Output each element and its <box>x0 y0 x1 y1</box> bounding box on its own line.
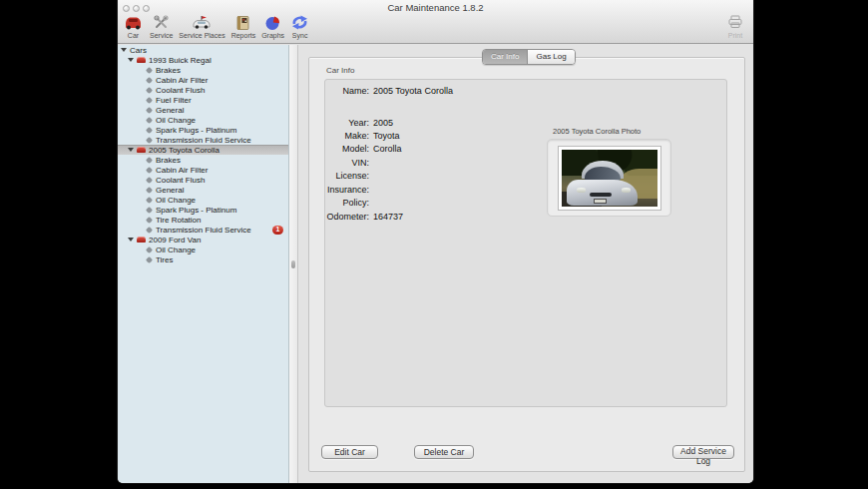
gear-icon <box>147 158 152 163</box>
toolbar-service-places-button[interactable]: Service Places <box>176 14 227 39</box>
sidebar-item[interactable]: Spark Plugs - Platinum <box>118 205 288 215</box>
car-icon <box>137 57 146 63</box>
car-photo-label: 2005 Toyota Corolla Photo <box>553 127 641 136</box>
sidebar-item[interactable]: Oil Change <box>118 195 288 205</box>
sidebar: Cars 1993 Buick Regal Brakes Cabin Air F… <box>118 45 289 483</box>
toolbar-car-button[interactable]: Car <box>120 14 147 39</box>
edit-car-button[interactable]: Edit Car <box>321 445 378 459</box>
tree-label: Tire Rotation <box>156 216 202 225</box>
tab-gas-log[interactable]: Gas Log <box>528 50 574 64</box>
sidebar-splitter[interactable] <box>289 45 298 483</box>
gear-icon <box>147 168 152 173</box>
gear-icon <box>147 247 152 252</box>
sidebar-item[interactable]: Brakes <box>118 65 288 75</box>
disclosure-triangle-icon[interactable] <box>128 238 134 242</box>
sidebar-group-cars[interactable]: Cars <box>118 45 288 55</box>
tree-label: Oil Change <box>156 116 196 125</box>
tree-label: Fuel Filter <box>156 96 192 105</box>
field-insurance: Insurance: <box>325 185 555 195</box>
gear-icon <box>147 128 152 133</box>
tree-label: Oil Change <box>156 196 196 205</box>
tab-bar: Car Info Gas Log <box>482 49 576 65</box>
car-photo-image <box>562 150 657 207</box>
gear-icon <box>147 138 152 143</box>
tree-label: Spark Plugs - Platinum <box>156 126 236 135</box>
sidebar-item-with-badge[interactable]: Transmission Fluid Service 1 <box>118 225 288 235</box>
toolbar-sync-label: Sync <box>292 32 308 39</box>
gear-icon <box>147 257 152 262</box>
sidebar-item[interactable]: General <box>118 105 288 115</box>
toolbar-service-places-label: Service Places <box>179 32 224 39</box>
tree-label: 1993 Buick Regal <box>149 56 212 65</box>
tree-label: Transmission Fluid Service <box>156 136 251 145</box>
car-info-group-box: Name:2005 Toyota Corolla Year:2005 Make:… <box>324 79 727 407</box>
tree-label: Brakes <box>156 156 181 165</box>
tree-label: Tires <box>156 255 173 264</box>
sidebar-item[interactable]: Oil Change <box>118 115 288 125</box>
print-icon <box>726 14 744 31</box>
sidebar-car-ford-van[interactable]: 2009 Ford Van <box>118 235 288 244</box>
gear-icon <box>147 68 152 73</box>
toolbar-service-label: Service <box>150 32 173 39</box>
toolbar-reports-label: Reports <box>231 32 256 39</box>
app-window: Car Maintenance 1.8.2 Car <box>118 0 753 483</box>
splitter-handle[interactable] <box>291 260 295 268</box>
sidebar-car-buick-regal[interactable]: 1993 Buick Regal <box>118 55 288 65</box>
sidebar-item[interactable]: Transmission Fluid Service <box>118 135 288 145</box>
sidebar-item[interactable]: Cabin Air Filter <box>118 75 288 85</box>
toolbar-graphs-button[interactable]: Graphs <box>258 14 287 39</box>
toolbar-sync-button[interactable]: Sync <box>287 14 312 39</box>
tree-label: Cabin Air Filter <box>156 166 208 175</box>
window-chrome: Car Maintenance 1.8.2 Car <box>118 0 753 44</box>
sidebar-item[interactable]: General <box>118 185 288 195</box>
tree-label: 2009 Ford Van <box>149 236 201 244</box>
tab-car-info[interactable]: Car Info <box>483 50 528 64</box>
sidebar-item[interactable]: Tire Rotation <box>118 215 288 225</box>
car-icon <box>137 237 146 243</box>
field-policy: Policy: <box>325 198 555 208</box>
gear-icon <box>147 108 152 113</box>
toolbar-print-button[interactable]: Print <box>723 14 747 39</box>
car-photo-well[interactable] <box>547 139 671 217</box>
tree-label: General <box>156 186 184 195</box>
sidebar-item[interactable]: Coolant Flush <box>118 175 288 185</box>
tree-label: Coolant Flush <box>156 176 205 185</box>
disclosure-triangle-icon[interactable] <box>128 58 134 62</box>
sidebar-item[interactable]: Cabin Air Filter <box>118 165 288 175</box>
disclosure-triangle-icon[interactable] <box>128 148 134 152</box>
field-make: Make:Toyota <box>325 131 555 141</box>
desktop: Car Maintenance 1.8.2 Car <box>0 0 868 489</box>
toolbar-reports-button[interactable]: Reports <box>228 14 259 39</box>
window-title: Car Maintenance 1.8.2 <box>118 2 753 13</box>
tools-icon <box>153 14 171 31</box>
sidebar-item[interactable]: Fuel Filter <box>118 95 288 105</box>
report-book-icon <box>234 14 251 31</box>
toolbar-service-button[interactable]: Service <box>147 14 176 39</box>
field-odometer: Odometer:164737 <box>325 212 555 222</box>
delete-car-button[interactable]: Delete Car <box>414 445 474 459</box>
car-icon <box>123 14 144 31</box>
sidebar-item[interactable]: Brakes <box>118 155 288 165</box>
add-service-log-button[interactable]: Add Service Log <box>672 445 734 459</box>
sidebar-item[interactable]: Spark Plugs - Platinum <box>118 125 288 135</box>
sidebar-item[interactable]: Tires <box>118 254 288 264</box>
toolbar-print-label: Print <box>728 32 742 39</box>
field-model: Model:Corolla <box>325 144 555 154</box>
tree-label: Brakes <box>156 66 181 75</box>
sync-arrows-icon <box>290 14 309 31</box>
gear-icon <box>147 118 152 123</box>
photo-car <box>567 161 638 205</box>
toolbar-graphs-label: Graphs <box>261 32 284 39</box>
sidebar-item[interactable]: Coolant Flush <box>118 85 288 95</box>
group-box-label: Car Info <box>326 66 354 75</box>
tree-label: Coolant Flush <box>156 86 205 95</box>
notification-badge: 1 <box>272 226 283 235</box>
sidebar-item[interactable]: Oil Change <box>118 244 288 254</box>
field-license: License: <box>325 171 555 181</box>
gear-icon <box>147 188 152 193</box>
sidebar-car-toyota-corolla-selected[interactable]: 2005 Toyota Corolla <box>118 145 288 155</box>
gear-icon <box>147 208 152 213</box>
pie-chart-icon <box>264 14 281 31</box>
disclosure-triangle-icon[interactable] <box>121 48 127 52</box>
gear-icon <box>147 218 152 223</box>
